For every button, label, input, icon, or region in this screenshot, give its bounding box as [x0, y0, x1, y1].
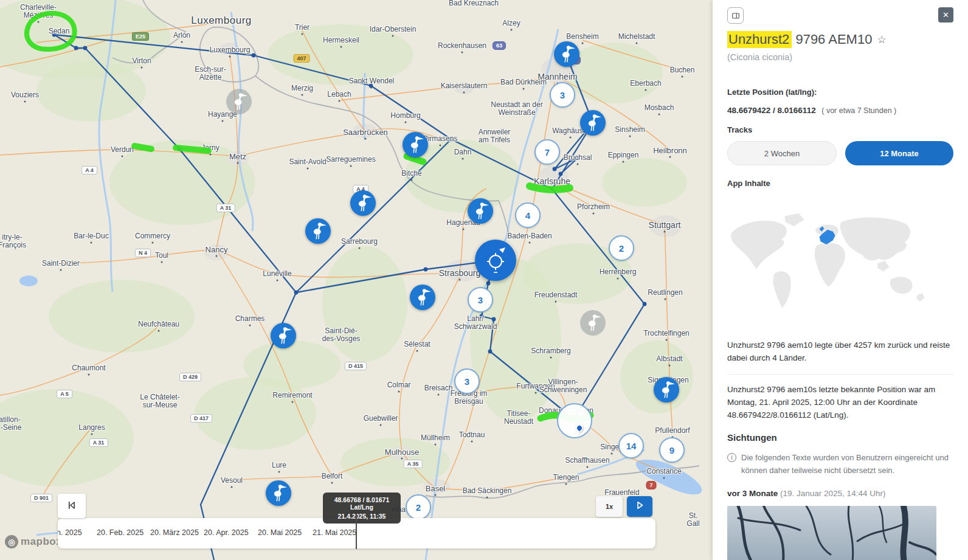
app-window: Charleville- MézièresSedanArlonTrierHerm… — [0, 0, 968, 560]
stork-marker[interactable] — [554, 41, 579, 67]
timeline-date-label: 20. März 2025 — [150, 528, 199, 537]
stork-marker-inactive[interactable] — [580, 310, 606, 336]
tracks-label: Tracks — [727, 125, 953, 134]
stork-marker[interactable] — [350, 190, 376, 216]
tracks-range-toggle: 2 Wochen 12 Monate — [727, 141, 953, 165]
coordinates: 48.6679422 / 8.0166112 — [727, 106, 816, 115]
timeline-skip-start-button[interactable] — [58, 494, 86, 518]
selected-stop-circle[interactable] — [557, 403, 592, 438]
last-position-value: 48.6679422 / 8.0166112 ( vor etwa 7 Stun… — [727, 106, 953, 115]
panel-header: ✕ — [727, 7, 953, 24]
stork-marker[interactable] — [654, 377, 679, 403]
playback-speed-button[interactable]: 1x — [596, 496, 623, 517]
highlighter-annotation — [530, 186, 570, 190]
cluster-marker[interactable]: 4 — [515, 202, 541, 228]
cluster-marker[interactable]: 3 — [550, 82, 575, 108]
play-icon — [634, 500, 645, 513]
cluster-count: 2 — [619, 243, 624, 254]
coordinates-age: ( vor etwa 7 Stunden ) — [821, 106, 896, 115]
last-position-label: Letzte Position (lat/lng): — [727, 88, 953, 97]
cluster-count: 3 — [478, 295, 483, 305]
cluster-count: 3 — [560, 90, 565, 100]
stork-marker[interactable] — [271, 323, 296, 348]
timeline-cursor[interactable] — [356, 514, 357, 549]
cluster-marker[interactable]: 2 — [406, 494, 431, 520]
highlighter-annotation — [176, 148, 209, 151]
map-canvas[interactable]: Charleville- MézièresSedanArlonTrierHerm… — [0, 0, 713, 560]
animal-title: Unzhurst2 9796 AEM10 ☆ — [727, 32, 953, 47]
cluster-count: 4 — [525, 210, 530, 221]
cluster-count: 14 — [626, 441, 637, 451]
animal-name-highlighted: Unzhurst2 — [727, 31, 792, 48]
cluster-marker[interactable]: 3 — [468, 287, 493, 313]
distance-summary: Unzhurst2 9796 aem10 legte über 4257 km … — [727, 339, 953, 364]
cluster-marker[interactable]: 9 — [659, 437, 685, 463]
cluster-count: 2 — [416, 502, 421, 513]
timeline-date-label: 20. Mai 2025 — [258, 528, 302, 537]
cluster-count: 7 — [545, 147, 550, 157]
position-summary: Unzhurst2 9796 aem10s letzte bekannte Po… — [727, 383, 953, 421]
species-name: (Ciconia ciconia) — [727, 52, 953, 62]
mapbox-logo-icon: ◎ — [5, 535, 18, 548]
highlighter-annotation — [134, 146, 151, 149]
detail-panel: ✕ Unzhurst2 9796 AEM10 ☆ (Ciconia ciconi… — [713, 0, 968, 560]
playback-play-button[interactable] — [627, 496, 652, 517]
map-tooltip: 48.66768 / 8.01671 Lat/Lng 21.4.2025, 11… — [323, 493, 401, 524]
tracks-12-months-button[interactable]: 12 Monate — [845, 141, 953, 165]
stork-marker[interactable] — [305, 218, 331, 244]
cluster-marker[interactable]: 3 — [454, 368, 480, 394]
sighting-entry-meta: vor 3 Monate (19. Januar 2025, 14:44 Uhr… — [727, 489, 953, 498]
sighting-photo[interactable] — [727, 506, 936, 560]
cluster-marker[interactable]: 2 — [609, 235, 634, 261]
timeline-date-label: n. 2025 — [58, 528, 82, 537]
sighting-date: (19. Januar 2025, 14:44 Uhr) — [780, 489, 885, 498]
timeline-date-label: 21. Mai 2025 — [313, 528, 356, 537]
sidebar-toggle-icon — [731, 11, 741, 21]
cluster-count: 3 — [465, 376, 469, 387]
tooltip-datetime: 21.4.2025, 11:35 — [327, 513, 397, 520]
info-icon: i — [727, 453, 736, 462]
sighting-age: vor 3 Monate — [727, 489, 778, 498]
timeline-date-label: 20. Apr. 2025 — [204, 528, 249, 537]
sightings-label: Sichtungen — [727, 432, 953, 443]
world-range-map — [724, 205, 935, 318]
cluster-marker[interactable]: 7 — [534, 139, 560, 165]
divider — [727, 374, 953, 375]
tooltip-coordinates: 48.66768 / 8.01671 Lat/Lng — [327, 496, 397, 511]
cluster-count: 9 — [669, 445, 674, 455]
sightings-disclaimer: i Die folgenden Texte wurden von Benutze… — [727, 451, 953, 477]
stork-marker-inactive[interactable] — [226, 89, 252, 114]
timeline-date-label: 20. Feb. 2025 — [97, 528, 143, 537]
tracks-2-weeks-button[interactable]: 2 Wochen — [727, 141, 837, 165]
mapbox-logo-text: mapbox — [21, 536, 62, 548]
panel-collapse-button[interactable] — [727, 7, 744, 24]
stork-marker[interactable] — [410, 285, 435, 310]
close-icon: ✕ — [942, 10, 949, 19]
stork-marker[interactable] — [468, 198, 493, 224]
app-contents-label: App Inhalte — [727, 179, 953, 188]
map-annotations-layer — [0, 0, 713, 560]
stork-marker[interactable] — [403, 132, 428, 157]
skip-start-icon — [66, 499, 78, 513]
highlighter-annotation — [27, 13, 75, 49]
mapbox-attribution: ◎ mapbox — [5, 535, 62, 548]
animal-id: 9796 AEM10 — [795, 32, 872, 47]
stork-marker[interactable] — [266, 480, 291, 506]
sightings-disclaimer-text: Die folgenden Texte wurden von Benutzern… — [741, 451, 953, 477]
stork-marker[interactable] — [580, 110, 606, 136]
panel-close-button[interactable]: ✕ — [938, 7, 953, 22]
current-position-marker[interactable] — [475, 240, 516, 281]
cluster-marker[interactable]: 14 — [618, 433, 644, 458]
favorite-star-icon[interactable]: ☆ — [877, 33, 886, 46]
